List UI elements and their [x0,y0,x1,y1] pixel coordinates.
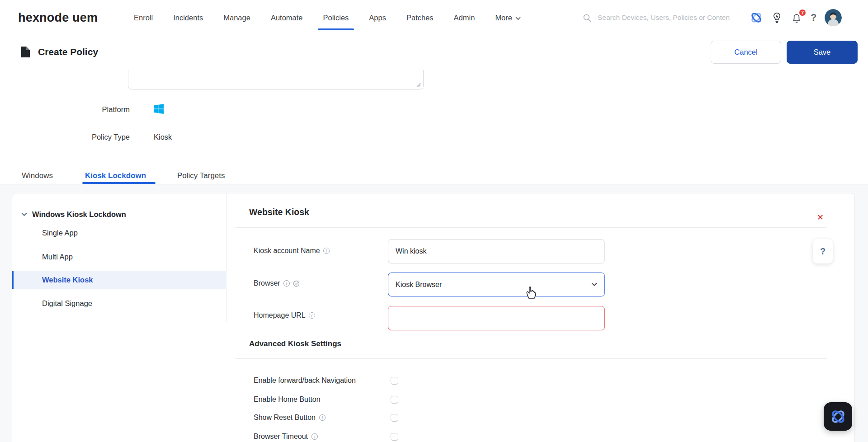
kiosk-lockdown-card: Windows Kiosk Lockdown Single App Multi … [12,193,855,442]
kiosk-account-name-label: Kiosk account Namei [254,247,330,255]
chevron-down-icon [515,17,521,20]
tree-item-website-kiosk[interactable]: Website Kiosk [12,271,226,289]
hexnode-gears-icon[interactable] [750,11,763,24]
main-nav: Enroll Incidents Manage Automate Policie… [134,0,521,35]
browser-timeout-checkbox[interactable] [391,433,398,441]
save-button[interactable]: Save [787,41,858,64]
nav-item-policies[interactable]: Policies [323,0,349,35]
enable-forward-back-checkbox[interactable] [391,377,398,385]
chevron-down-icon [591,282,597,287]
nav-item-manage[interactable]: Manage [223,0,250,35]
info-icon[interactable]: i [319,414,326,421]
nav-icon-cluster: 7 ? [750,0,842,35]
homepage-url-label: Homepage URLi [254,311,315,320]
tree-item-multi-app[interactable]: Multi App [12,248,226,266]
search-input[interactable] [598,14,730,22]
tab-policy-targets[interactable]: Policy Targets [177,171,225,180]
nav-item-enroll[interactable]: Enroll [134,0,153,35]
tree-item-digital-signage[interactable]: Digital Signage [12,294,226,312]
tree-root-windows-kiosk-lockdown[interactable]: Windows Kiosk Lockdown [21,206,126,222]
windows-platform-icon [154,104,164,114]
policy-type-label: Policy Type [54,133,130,141]
info-icon[interactable]: i [311,433,318,440]
nav-item-admin[interactable]: Admin [454,0,475,35]
info-icon[interactable]: i [323,248,330,254]
cancel-button[interactable]: Cancel [711,41,781,64]
kiosk-tree-panel: Windows Kiosk Lockdown Single App Multi … [12,193,226,322]
page-header: Create Policy Cancel Save [0,35,868,69]
enable-forward-back-label: Enable forward/back Navigation [254,376,356,385]
chevron-down-icon [21,212,27,216]
show-reset-button-label: Show Reset Buttoni [254,414,326,422]
policy-document-icon [21,47,30,57]
divider [236,358,826,359]
browser-select[interactable]: Kiosk Browser [388,273,605,296]
enable-home-button-label: Enable Home Button [254,395,321,404]
policy-meta-section: Platform Policy Type Kiosk Windows Kiosk… [0,69,868,184]
notification-count-badge: 7 [798,9,807,17]
search-icon [582,13,592,23]
whats-new-bulb-icon[interactable] [771,12,783,24]
tab-kiosk-lockdown[interactable]: Kiosk Lockdown [85,171,146,180]
screen: hexnode uem Enroll Incidents Manage Auto… [0,0,868,442]
hexnode-chat-launcher[interactable] [824,402,852,431]
tab-windows[interactable]: Windows [22,171,53,180]
remove-section-icon[interactable]: ✕ [817,213,824,221]
help-icon[interactable]: ? [811,12,816,24]
contextual-help-button[interactable]: ? [813,239,833,263]
nav-item-automate[interactable]: Automate [271,0,303,35]
info-icon[interactable]: i [283,280,290,287]
top-navigation-bar: hexnode uem Enroll Incidents Manage Auto… [0,0,868,35]
page-title: Create Policy [38,47,98,57]
hexnode-knot-icon [829,408,847,426]
enable-home-button-checkbox[interactable] [391,396,398,404]
kiosk-account-name-input[interactable] [388,239,605,263]
nav-item-patches[interactable]: Patches [406,0,434,35]
check-circle-icon [293,280,300,287]
hexnode-logo[interactable]: hexnode uem [18,0,98,35]
global-search [582,0,730,35]
nav-item-incidents[interactable]: Incidents [173,0,203,35]
notifications-bell-icon[interactable]: 7 [791,12,802,24]
nav-item-more[interactable]: More [495,0,521,35]
info-icon[interactable]: i [309,312,315,319]
browser-label: Browseri [254,279,300,287]
textarea-resize-handle[interactable] [416,82,421,87]
tree-item-single-app[interactable]: Single App [12,224,226,242]
policy-type-value: Kiosk [154,133,172,141]
user-avatar[interactable] [825,9,842,26]
policy-description-textarea[interactable] [128,70,424,89]
browser-timeout-label: Browser Timeouti [254,433,318,441]
nav-item-apps[interactable]: Apps [369,0,386,35]
homepage-url-input[interactable] [388,306,605,330]
panel-title: Website Kiosk [249,207,309,217]
advanced-kiosk-settings-title: Advanced Kiosk Settings [249,339,341,348]
divider [236,227,826,228]
show-reset-button-checkbox[interactable] [391,414,398,422]
active-tab-underline [82,182,156,184]
content-area: Windows Kiosk Lockdown Single App Multi … [0,184,868,442]
platform-label: Platform [54,105,130,114]
